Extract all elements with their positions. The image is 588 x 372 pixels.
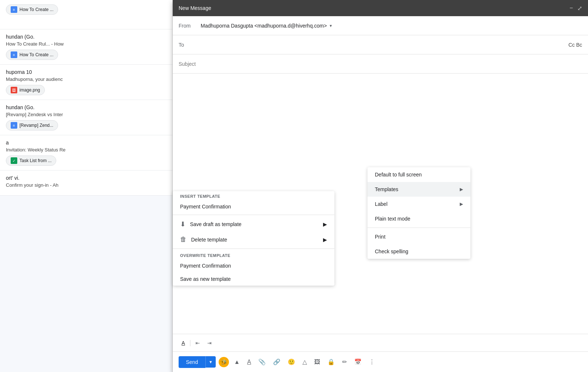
insert-photo-button[interactable]: 🖼 bbox=[312, 357, 322, 368]
attachment-chip[interactable]: ≡ [Revamp] Zend... bbox=[6, 120, 58, 130]
format-text-button[interactable]: A bbox=[179, 338, 188, 348]
email-subject: Confirm your sign-in - Ah bbox=[6, 182, 166, 188]
delete-template-item[interactable]: 🗑 Delete template ▶ bbox=[173, 232, 334, 247]
doc-icon: ≡ bbox=[11, 122, 17, 129]
email-item[interactable]: ≡ How To Create ... bbox=[0, 0, 172, 29]
from-dropdown-arrow[interactable]: ▾ bbox=[330, 23, 332, 28]
compose-subject-field[interactable] bbox=[173, 54, 588, 74]
overwrite-payment-confirmation-item[interactable]: Payment Confirmation bbox=[173, 259, 334, 272]
email-item[interactable]: ort' vi. Confirm your sign-in - Ah bbox=[0, 171, 172, 196]
email-subject: Invitation: Weekly Status Re bbox=[6, 147, 166, 153]
subject-input[interactable] bbox=[179, 61, 582, 67]
sender-name: hundan (Go. bbox=[6, 104, 166, 110]
delete-template-label: Delete template bbox=[191, 237, 227, 243]
templates-label: Templates bbox=[375, 186, 398, 192]
save-draft-as-template-item[interactable]: ⬇ Save draft as template ▶ bbox=[173, 217, 334, 232]
schedule-button[interactable]: 📅 bbox=[352, 356, 364, 368]
format-text-button[interactable]: A bbox=[245, 357, 254, 368]
emoji-button[interactable]: 🙂 bbox=[286, 356, 297, 368]
drive-button[interactable]: △ bbox=[300, 356, 309, 368]
from-address: Madhuporna Dasgupta <madhuporna.d@hiverh… bbox=[201, 23, 327, 29]
send-button-group: Send ▾ bbox=[179, 356, 216, 368]
plain-text-mode-item[interactable]: Plain text mode bbox=[368, 211, 470, 226]
insert-payment-label: Payment Confirmation bbox=[180, 204, 231, 210]
indent-increase-button[interactable]: ⇥ bbox=[204, 338, 215, 348]
email-item[interactable]: a Invitation: Weekly Status Re ✓ Task Li… bbox=[0, 135, 172, 171]
bee-icon[interactable]: 🐝 bbox=[219, 357, 229, 367]
task-icon: ✓ bbox=[11, 157, 17, 164]
compose-from-field: From Madhuporna Dasgupta <madhuporna.d@h… bbox=[173, 16, 588, 35]
save-draft-arrow: ▶ bbox=[323, 221, 327, 227]
label-label: Label bbox=[375, 201, 387, 207]
check-spelling-label: Check spelling bbox=[375, 248, 408, 254]
insert-link-button[interactable]: 🔗 bbox=[271, 356, 283, 368]
doc-icon: ≡ bbox=[11, 51, 17, 58]
templates-arrow: ▶ bbox=[460, 187, 463, 192]
insert-payment-confirmation-item[interactable]: Payment Confirmation bbox=[173, 200, 334, 213]
confidential-button[interactable]: 🔒 bbox=[325, 356, 337, 368]
image-icon: 🖼 bbox=[11, 87, 17, 93]
send-more-options-button[interactable]: ▾ bbox=[205, 356, 216, 368]
sender-name: ort' vi. bbox=[6, 175, 166, 181]
indent-decrease-button[interactable]: ⇤ bbox=[193, 338, 203, 348]
doc-icon: ≡ bbox=[11, 6, 17, 13]
email-item[interactable]: hundan (Go. [Revamp] Zendesk vs Inter ≡ … bbox=[0, 100, 172, 135]
sender-name: huporna 10 bbox=[6, 69, 166, 75]
check-spelling-item[interactable]: Check spelling bbox=[368, 244, 470, 259]
template-submenu: INSERT TEMPLATE Payment Confirmation ⬇ S… bbox=[173, 191, 334, 286]
print-item[interactable]: Print bbox=[368, 229, 470, 244]
overwrite-payment-label: Payment Confirmation bbox=[180, 263, 231, 269]
chip-label: image.png bbox=[19, 87, 40, 93]
compose-toolbar: Send ▾ 🐝 ▲ A 📎 🔗 🙂 △ 🖼 🔒 ✏ 📅 ⋮ bbox=[173, 351, 588, 372]
compose-title: New Message bbox=[179, 5, 211, 11]
plain-text-label: Plain text mode bbox=[375, 216, 410, 222]
email-subject: Madhuporna, your audienc bbox=[6, 76, 166, 82]
minimize-button[interactable]: − bbox=[570, 5, 573, 11]
signature-button[interactable]: ✏ bbox=[340, 356, 349, 368]
email-item[interactable]: huporna 10 Madhuporna, your audienc 🖼 im… bbox=[0, 65, 172, 100]
more-options-button[interactable]: ⋮ bbox=[367, 356, 377, 368]
label-arrow: ▶ bbox=[460, 201, 463, 207]
submenu-divider-2 bbox=[173, 248, 334, 249]
delete-template-arrow: ▶ bbox=[323, 237, 327, 243]
chip-label: How To Create ... bbox=[19, 52, 53, 57]
send-button[interactable]: Send bbox=[179, 356, 205, 368]
save-as-new-template-item[interactable]: Save as new template bbox=[173, 272, 334, 286]
templates-item[interactable]: Templates ▶ bbox=[368, 182, 470, 197]
chip-label: How To Create ... bbox=[19, 7, 53, 12]
save-as-new-label: Save as new template bbox=[180, 276, 231, 282]
save-draft-label: Save draft as template bbox=[190, 221, 241, 227]
default-fullscreen-label: Default to full screen bbox=[375, 172, 422, 178]
sender-name: a bbox=[6, 140, 166, 146]
cc-bcc-label[interactable]: Cc Bc bbox=[569, 42, 582, 48]
chevron-up-button[interactable]: ▲ bbox=[232, 357, 242, 368]
email-subject: [Revamp] Zendesk vs Inter bbox=[6, 112, 166, 117]
formatting-toolbar: A | ⇤ ⇥ bbox=[173, 334, 588, 351]
compose-header: New Message − ⤢ bbox=[173, 0, 588, 16]
label-item[interactable]: Label ▶ bbox=[368, 197, 470, 211]
chip-label: [Revamp] Zend... bbox=[19, 123, 53, 128]
context-menu: Default to full screen Templates ▶ Label… bbox=[368, 167, 470, 259]
compose-to-field[interactable]: To Cc Bc bbox=[173, 35, 588, 54]
attachment-chip[interactable]: 🖼 image.png bbox=[6, 85, 45, 95]
from-value: Madhuporna Dasgupta <madhuporna.d@hiverh… bbox=[201, 23, 582, 29]
to-label: To bbox=[179, 42, 201, 48]
insert-template-header: INSERT TEMPLATE bbox=[173, 191, 334, 200]
overwrite-template-header: OVERWRITE TEMPLATE bbox=[173, 250, 334, 259]
attachment-chip[interactable]: ≡ How To Create ... bbox=[6, 4, 58, 15]
attachment-chip[interactable]: ✓ Task List from ... bbox=[6, 155, 56, 166]
sender-name: hundan (Go. bbox=[6, 34, 166, 40]
submenu-divider-1 bbox=[173, 215, 334, 215]
attachment-chip[interactable]: ≡ How To Create ... bbox=[6, 50, 58, 60]
default-fullscreen-item[interactable]: Default to full screen bbox=[368, 167, 470, 182]
chip-label: Task List from ... bbox=[19, 158, 51, 163]
to-input[interactable] bbox=[201, 42, 569, 48]
context-menu-divider bbox=[368, 228, 470, 228]
attach-file-button[interactable]: 📎 bbox=[256, 356, 268, 368]
compose-header-actions: − ⤢ bbox=[570, 5, 582, 12]
print-label: Print bbox=[375, 234, 386, 240]
email-subject: How To Create Rul... - How bbox=[6, 41, 166, 47]
maximize-button[interactable]: ⤢ bbox=[577, 5, 582, 12]
email-list: ≡ How To Create ... hundan (Go. How To C… bbox=[0, 0, 173, 372]
email-item[interactable]: hundan (Go. How To Create Rul... - How ≡… bbox=[0, 29, 172, 65]
